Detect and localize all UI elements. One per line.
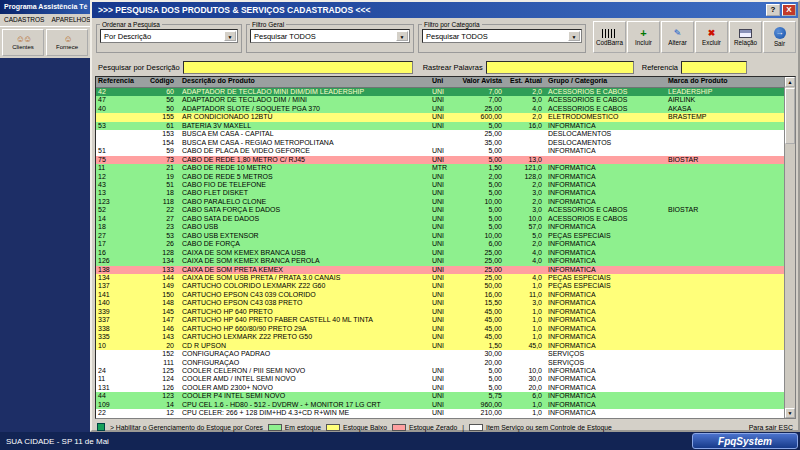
excluir-label: Excluir <box>702 39 721 46</box>
table-row[interactable]: 1020CD R UPSONUNI1,5045,0INFORMATICA <box>96 342 785 350</box>
table-row[interactable]: 155AR CONDICIONADO 12BTUUNI600,002,0ELET… <box>96 113 785 121</box>
search-row: Pesquisar por Descrição Rastrear Palavra… <box>98 59 794 75</box>
table-row[interactable]: 141150CARTUCHO EPSON C43 039 COLORIDOUNI… <box>96 291 785 299</box>
table-cell: CARTUCHO HP 640 PRETO <box>180 308 430 316</box>
table-row[interactable]: 337147CARTUCHO HP 640 PRETO FABER CASTEL… <box>96 316 785 324</box>
table-cell <box>96 139 142 147</box>
table-row[interactable]: 1726CABO DE FORÇAUNI6,002,0INFORMATICA <box>96 240 785 248</box>
table-row[interactable]: 137149CARTUCHO COLORIDO LEXMARK Z22 G60U… <box>96 282 785 290</box>
column-header[interactable]: Descrição do Produto <box>180 77 430 87</box>
chevron-down-icon[interactable]: ▼ <box>396 31 408 41</box>
menu-cadastros[interactable]: CADASTROS <box>4 16 44 26</box>
column-header[interactable]: Referencia <box>96 77 142 87</box>
table-row[interactable]: 126134CAIXA DE SOM KEMEX BRANCA PEROLAUN… <box>96 257 785 265</box>
sair-button[interactable]: → Sair <box>763 21 796 53</box>
table-cell: UNI <box>430 156 454 164</box>
help-button[interactable]: ? <box>766 4 780 16</box>
barcode-icon <box>602 29 617 38</box>
ordenar-dropdown[interactable]: Por Descrição ▼ <box>100 29 238 43</box>
fornecedores-button[interactable]: ☺ Fornece <box>46 29 88 56</box>
table-row[interactable]: 111CONFIGURAÇAO20,00SERVIÇOS <box>96 359 785 367</box>
filtro-categoria-dropdown[interactable]: Pesquisar TODOS ▼ <box>422 29 582 43</box>
column-header[interactable]: Valor Avista <box>454 77 506 87</box>
table-cell: 338 <box>96 325 142 333</box>
stock-toggle-icon[interactable] <box>97 423 105 431</box>
scrollbar-thumb[interactable] <box>785 88 795 144</box>
dialog-titlebar[interactable]: >>> PESQUISA DOS PRODUTOS & SERVIÇOS CAD… <box>92 2 798 18</box>
table-cell <box>96 350 142 358</box>
alterar-button[interactable]: ✎ Alterar <box>661 21 694 53</box>
filtro-geral-dropdown[interactable]: Pesquisar TODOS ▼ <box>250 29 410 43</box>
table-row[interactable]: 24125COOLER CELERON / PIII SEMI NOVOUNI5… <box>96 367 785 375</box>
scroll-up-icon[interactable]: ▲ <box>785 77 795 87</box>
search-ref-input[interactable] <box>681 61 747 74</box>
excluir-button[interactable]: ✖ Excluir <box>695 21 728 53</box>
relacao-button[interactable]: Relação <box>729 21 762 53</box>
table-row[interactable]: 2753CABO USB EXTENSORUNI10,005,0PEÇAS ES… <box>96 232 785 240</box>
table-row[interactable]: 16128CAIXA DE SOM KEMEX BRANCA USBUNI25,… <box>96 249 785 257</box>
scroll-down-icon[interactable]: ▼ <box>785 408 795 418</box>
table-row[interactable]: 1318CABO FLET DISKETUNI5,003,0INFORMATIC… <box>96 189 785 197</box>
table-row[interactable]: 5159CABO DE PLACA DE VIDEO GEFORCEUNI5,0… <box>96 147 785 155</box>
table-row[interactable]: 339145CARTUCHO HP 640 PRETOUNI45,001,0IN… <box>96 308 785 316</box>
menu-aparelhos[interactable]: APARELHOS <box>51 16 90 26</box>
exit-arrow-icon: → <box>774 27 786 39</box>
table-cell: CABO SATA DE DADOS <box>180 215 430 223</box>
column-header[interactable]: Est. Atual <box>506 77 546 87</box>
column-header[interactable]: Código <box>142 77 180 87</box>
table-cell: UNI <box>430 384 454 392</box>
stock-toggle-label[interactable]: > Habilitar o Gerenciamento do Estoque p… <box>110 424 263 431</box>
table-cell: UNI <box>430 291 454 299</box>
column-header[interactable]: Marca do Produto <box>666 77 785 87</box>
search-words-input[interactable] <box>486 61 634 74</box>
table-row[interactable]: 44123COOLER P4 INTEL SEMI NOVOUNI5,756,0… <box>96 392 785 400</box>
table-cell: 335 <box>96 333 142 341</box>
table-row[interactable]: 1121CABO DE REDE 10 METROMTR1,50121,0INF… <box>96 164 785 172</box>
table-row[interactable]: 1427CABO SATA DE DADOSUNI5,0010,0ACESSOR… <box>96 215 785 223</box>
table-cell: 51 <box>142 181 180 189</box>
table-cell: UNI <box>430 232 454 240</box>
table-cell <box>666 257 785 265</box>
table-row[interactable]: 2212CPU CELER: 266 + 128 DIM+HD 4.3+CD R… <box>96 409 785 417</box>
products-table: ReferenciaCódigoDescrição do ProdutoUniV… <box>95 76 796 419</box>
table-row[interactable]: 4260ADAPTADOR DE TECLADO MINI DIM/DIM LE… <box>96 88 785 96</box>
table-row[interactable]: 4351CABO FIO DE TELEFONEUNI5,002,0INFORM… <box>96 181 785 189</box>
incluir-button[interactable]: + Incluir <box>627 21 660 53</box>
table-row[interactable]: 140148CARTUCHO EPSON C43 038 PRETOUNI15,… <box>96 299 785 307</box>
table-row[interactable]: 338146CARTUCHO HP 660/80/90 PRETO 29AUNI… <box>96 325 785 333</box>
table-row[interactable]: 4050ADAPTADOR SLOTE / SOQUETE PGA 370UNI… <box>96 105 785 113</box>
clientes-button[interactable]: ☺☺ Clientes <box>2 29 44 56</box>
table-row[interactable]: 154BUSCA EM CASA - REGIAO METROPOLITANA3… <box>96 139 785 147</box>
table-row[interactable]: 152CONFIGURAÇAO PADRAO30,00SERVIÇOS <box>96 350 785 358</box>
table-row[interactable]: 134144CAIXA DE SOM USB PRETA / PRATA 3.0… <box>96 274 785 282</box>
column-header[interactable]: Uni <box>430 77 454 87</box>
vertical-scrollbar[interactable]: ▲ ▼ <box>784 77 795 418</box>
table-cell: INFORMATICA <box>546 316 666 324</box>
table-row[interactable]: 5222CABO SATA FORÇA E DADOSUNI5,003,0ACE… <box>96 206 785 214</box>
table-row[interactable]: 4756ADAPTADOR DE TECLADO DIM / MINIUNI7,… <box>96 96 785 104</box>
table-row[interactable]: 10914CPU CEL 1.6 - HD80 - 512 - DVDRW - … <box>96 401 785 409</box>
table-row[interactable]: 153BUSCA EM CASA - CAPITAL25,00DESLOCAME… <box>96 130 785 138</box>
table-row[interactable]: 1823CABO USBUNI5,0057,0INFORMATICA <box>96 223 785 231</box>
table-row[interactable]: 7573CABO DE REDE 1,80 METRO C/ RJ45UNI5,… <box>96 156 785 164</box>
table-row[interactable]: 5361BATERIA 3V MAXELLUNI5,0016,0INFORMAT… <box>96 122 785 130</box>
search-desc-input[interactable] <box>183 61 413 74</box>
table-cell: 124 <box>142 375 180 383</box>
table-cell: 20,00 <box>454 359 506 367</box>
table-row[interactable]: 138133CAIXA DE SOM PRETA KEMEXUNI25,00IN… <box>96 266 785 274</box>
table-row[interactable]: 131126COOLER AMD 2300+ NOVOUNI5,0020,0IN… <box>96 384 785 392</box>
close-button[interactable]: X <box>782 4 796 16</box>
codbarra-button[interactable]: CodBarra <box>593 21 626 53</box>
table-row[interactable]: 11124COOLER AMD / INTEL SEMI NOVOUNI5,00… <box>96 375 785 383</box>
legend-item: Item Serviço ou sem Controle de Estoque <box>469 424 612 431</box>
table-row[interactable]: 123118CABO PARALELO CLONEUNI10,002,0INFO… <box>96 198 785 206</box>
chevron-down-icon[interactable]: ▼ <box>224 31 236 41</box>
table-row[interactable]: 335143CARTUCHO LEXMARK Z22 PRETO G50UNI4… <box>96 333 785 341</box>
table-row[interactable]: 1219CABO DE REDE 5 METROSUNI2,00128,0INF… <box>96 173 785 181</box>
table-cell: UNI <box>430 198 454 206</box>
table-cell: INFORMATICA <box>546 392 666 400</box>
column-header[interactable]: Grupo / Categoria <box>546 77 666 87</box>
chevron-down-icon[interactable]: ▼ <box>568 31 580 41</box>
table-cell: 140 <box>96 299 142 307</box>
table-cell: 337 <box>96 316 142 324</box>
